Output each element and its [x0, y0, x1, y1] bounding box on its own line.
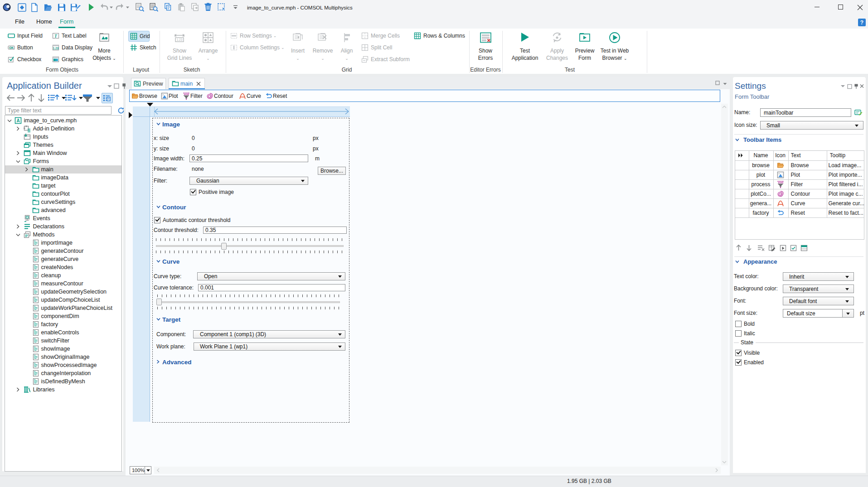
svg-text:1.23: 1.23 — [177, 38, 183, 41]
svg-text:1.23: 1.23 — [53, 47, 59, 50]
svg-text:OK: OK — [9, 46, 14, 49]
